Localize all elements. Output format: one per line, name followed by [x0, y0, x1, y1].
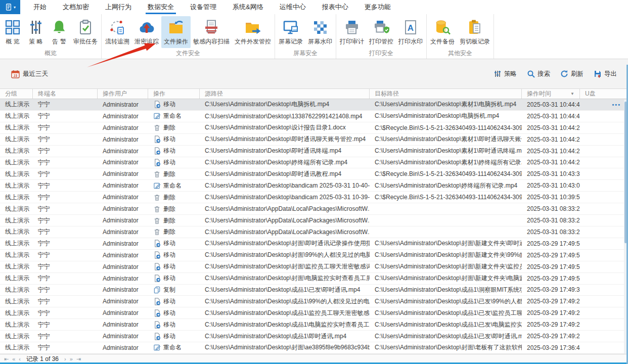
column-header-0[interactable]: 分组: [0, 89, 33, 99]
ribbon-button-clipboard-record[interactable]: 剪切板记录: [457, 16, 492, 48]
cell-terminal: 宁宁: [33, 168, 98, 179]
menu-item-7[interactable]: 报表中心: [314, 0, 356, 14]
table-header: 分组终端名操作用户操作源路径目标路径操作时间▼U盘: [0, 89, 628, 99]
ribbon-button-alert-bell[interactable]: 告 警: [48, 16, 71, 48]
fast-next-icon[interactable]: »: [70, 356, 73, 362]
cell-usb: [580, 273, 628, 284]
cell-terminal: 宁宁: [33, 215, 98, 226]
table-row[interactable]: 线上演示宁宁Administrator重命名C:\Users\Administr…: [0, 111, 628, 122]
menu-item-6[interactable]: 运维中心: [272, 0, 314, 14]
ribbon-button-leak-cloud[interactable]: 泄密追踪: [132, 16, 161, 48]
toolbar-action-policy[interactable]: 策略: [494, 70, 517, 78]
column-header-5[interactable]: 目标路径: [370, 89, 522, 99]
prev-page-icon[interactable]: ‹: [19, 356, 21, 362]
table-row[interactable]: 线上演示宁宁Administrator移动C:\Users\Administra…: [0, 331, 628, 342]
sensitive-scan-icon: [203, 19, 219, 35]
table-row[interactable]: 线上演示宁宁Administrator删除C:\Users\Administra…: [0, 226, 628, 238]
ribbon-button-file-operation-folder[interactable]: 文件操作: [161, 16, 191, 48]
ribbon-button-label: 流转追溯: [105, 37, 129, 46]
table-row[interactable]: 线上演示宁宁Administrator移动C:\Users\Administra…: [0, 296, 628, 307]
table-row[interactable]: 线上演示宁宁Administrator移动C:\Users\Administra…: [0, 250, 628, 261]
table-row[interactable]: 线上演示宁宁Administrator移动C:\Users\Administra…: [0, 307, 628, 319]
table-row[interactable]: 线上演示宁宁Administrator删除C:\Users\Administra…: [0, 168, 628, 180]
table-row[interactable]: 线上演示宁宁Administrator复制C:\Users\Administra…: [0, 285, 628, 296]
toolbar-action-export[interactable]: 导出: [594, 70, 617, 78]
cell-target-path: C:\Users\Administrator\Desktop\成品1\已发\99…: [370, 296, 522, 307]
sort-desc-icon[interactable]: ▼: [570, 92, 574, 96]
table-row[interactable]: 线上演示宁宁Administrator移动C:\Users\Administra…: [0, 134, 628, 146]
column-header-label: 操作: [153, 89, 165, 98]
ribbon-button-trace-cycle[interactable]: 流转追溯: [103, 16, 132, 48]
menu-item-4[interactable]: 设备管理: [182, 0, 225, 14]
cell-time: 2025-03-31 08:33:22: [522, 215, 580, 226]
table-row[interactable]: 线上演示宁宁Administrator移动C:\Users\Administra…: [0, 99, 628, 111]
menu-item-2[interactable]: 上网行为: [97, 0, 140, 14]
ribbon-button-print-control[interactable]: 打印管控: [367, 16, 396, 48]
app-menu-button[interactable]: ▾: [0, 0, 20, 14]
menu-item-3[interactable]: 数据安全: [140, 0, 182, 14]
cell-terminal: 宁宁: [33, 157, 98, 168]
cell-source-path: C:\Users\Administrator\Desktop\电脑拆机.mp4: [200, 99, 370, 110]
menu-item-1[interactable]: 文档加密: [55, 0, 97, 14]
ribbon-button-approval-clipboard[interactable]: 审批任务: [71, 16, 100, 48]
column-header-3[interactable]: 操作: [148, 89, 200, 99]
ribbon-button-print-watermark[interactable]: A打印水印: [396, 16, 425, 48]
column-header-label: 分组: [5, 89, 17, 98]
last-page-icon[interactable]: ⇥: [76, 356, 81, 362]
move-icon: [153, 275, 161, 282]
cell-target-path: C:\Users\Administrator\Desktop\成品1\已发\电脑…: [370, 319, 522, 330]
cell-time: 2025-03-29 17:49:55: [522, 250, 580, 261]
ribbon-button-sensitive-scan[interactable]: 敏感内容扫描: [191, 16, 232, 48]
cell-terminal: 宁宁: [33, 192, 98, 203]
column-header-6[interactable]: 操作时间▼: [522, 89, 580, 99]
menu-item-5[interactable]: 系统&网络: [225, 0, 272, 14]
chevron-down-icon: ▾: [14, 5, 16, 10]
menu-item-0[interactable]: 开始: [25, 0, 55, 14]
clipboard-record-icon: [467, 19, 483, 35]
cell-operation: 复制: [148, 285, 200, 296]
table-row[interactable]: 线上演示宁宁Administrator删除C:\Users\Administra…: [0, 203, 628, 215]
table-row[interactable]: 线上演示宁宁Administrator移动C:\Users\Administra…: [0, 273, 628, 285]
ribbon-button-file-outgoing-folder[interactable]: 文件外发管控: [232, 16, 274, 48]
date-range-filter[interactable]: 23 最近三天: [11, 70, 48, 78]
first-page-icon[interactable]: ⇤: [4, 356, 9, 362]
ribbon-button-file-backup[interactable]: 文件备份: [428, 16, 457, 48]
table-row[interactable]: 线上演示宁宁Administrator重命名C:\Users\Administr…: [0, 180, 628, 192]
cell-target-path: C:\Users\Administrator\Desktop\素材1\电脑拆机.…: [370, 99, 522, 110]
toolbar-action-search[interactable]: 搜索: [527, 70, 550, 78]
table-row[interactable]: 线上演示宁宁Administrator移动C:\Users\Administra…: [0, 261, 628, 273]
toolbar-action-refresh[interactable]: 刷新: [560, 70, 584, 78]
ribbon-button-label: 文件操作: [164, 37, 188, 46]
table-row[interactable]: 线上演示宁宁Administrator删除C:\Users\Administra…: [0, 122, 628, 134]
column-header-1[interactable]: 终端名: [33, 89, 98, 99]
cell-terminal: 宁宁: [33, 261, 98, 272]
ribbon-button-policy-sliders[interactable]: 策 略: [24, 16, 48, 48]
column-header-7[interactable]: U盘: [580, 89, 628, 99]
delete-icon: [153, 124, 161, 131]
table-row[interactable]: 线上演示宁宁Administrator重命名C:\Users\Administr…: [0, 342, 628, 354]
file-operation-folder-icon: [168, 19, 184, 35]
menu-item-8[interactable]: 更多功能: [356, 0, 399, 14]
cell-user: Administrator: [98, 134, 148, 145]
ribbon-button-screen-record[interactable]: 屏幕记录: [276, 16, 305, 48]
cell-usb: [580, 168, 628, 179]
ribbon-group: 概 览策 略告 警审批任务概览: [0, 14, 102, 59]
next-page-icon[interactable]: ›: [64, 356, 66, 362]
cell-terminal: 宁宁: [33, 226, 98, 238]
ribbon-button-print-audit[interactable]: 打印审计: [337, 16, 367, 48]
fast-prev-icon[interactable]: «: [12, 356, 15, 362]
table-row[interactable]: 线上演示宁宁Administrator删除C:\Users\Administra…: [0, 192, 628, 203]
column-header-2[interactable]: 操作用户: [98, 89, 148, 99]
table-row[interactable]: 线上演示宁宁Administrator移动C:\Users\Administra…: [0, 238, 628, 250]
table-row[interactable]: 线上演示宁宁Administrator删除C:\Users\Administra…: [0, 215, 628, 226]
cell-group: 线上演示: [0, 122, 33, 133]
ribbon-button-overview-grid[interactable]: 概 览: [1, 16, 24, 48]
table-row[interactable]: 线上演示宁宁Administrator移动C:\Users\Administra…: [0, 157, 628, 169]
cell-operation: 移动: [148, 134, 200, 145]
cell-time: 2025-03-29 17:36:44: [522, 342, 580, 353]
table-row[interactable]: 线上演示宁宁Administrator移动C:\Users\Administra…: [0, 146, 628, 157]
column-header-4[interactable]: 源路径: [200, 89, 370, 99]
row-more-actions-button[interactable]: •••: [612, 102, 621, 108]
table-row[interactable]: 线上演示宁宁Administrator移动C:\Users\Administra…: [0, 319, 628, 331]
ribbon-button-screen-watermark[interactable]: 屏幕水印: [305, 16, 335, 48]
